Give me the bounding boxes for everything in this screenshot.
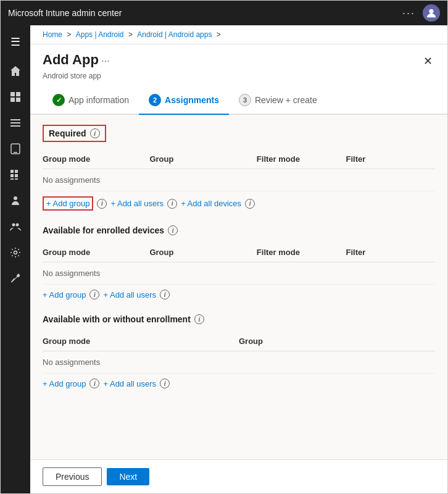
tab-app-information[interactable]: ✓ App information: [43, 86, 139, 115]
svg-rect-7: [10, 125, 20, 127]
required-title-box: Required i: [43, 125, 106, 142]
add-all-users-info-icon[interactable]: i: [167, 199, 177, 209]
no-assignments-3: No assignments: [43, 351, 435, 374]
svg-rect-13: [15, 174, 18, 177]
section-available-enrolled: Available for enrolled devices i Group m…: [43, 225, 435, 299]
tab-2-label: Assignments: [165, 95, 219, 105]
breadcrumb-apps-android[interactable]: Apps | Android: [76, 30, 124, 39]
sidebar-item-dashboard[interactable]: [3, 85, 28, 109]
add-group-nonenrolled-button[interactable]: + Add group: [43, 379, 86, 388]
col-header-filter-2: Filter: [346, 243, 435, 262]
col-header-filter-mode-1: Filter mode: [257, 149, 346, 169]
previous-button[interactable]: Previous: [43, 467, 102, 486]
tab-1-number: ✓: [52, 94, 65, 106]
svg-rect-15: [15, 178, 18, 180]
required-title: Required: [49, 128, 86, 138]
main-window: Microsoft Intune admin center ··· ☰: [0, 0, 448, 494]
col-header-filter-1: Filter: [346, 149, 435, 169]
col-header-group-1: Group: [149, 149, 256, 169]
titlebar-menu[interactable]: ···: [402, 7, 415, 20]
add-all-users-enrolled-info-icon[interactable]: i: [160, 290, 170, 299]
sidebar-item-groups[interactable]: [3, 214, 28, 239]
breadcrumb-android-apps[interactable]: Android | Android apps: [137, 30, 212, 39]
section-nonenrolled-header: Available with or without enrollment i: [43, 314, 435, 324]
add-group-button[interactable]: + Add group: [43, 196, 93, 211]
required-info-icon[interactable]: i: [90, 128, 100, 138]
table-row: No assignments: [43, 262, 435, 285]
add-group-enrolled-button[interactable]: + Add group: [43, 290, 86, 299]
close-button[interactable]: ✕: [421, 52, 435, 70]
page-more-options[interactable]: ···: [101, 56, 109, 66]
table-row: No assignments: [43, 169, 435, 191]
svg-rect-6: [10, 122, 20, 124]
nonenrolled-info-icon[interactable]: i: [194, 314, 204, 324]
enrolled-add-links: + Add group i + Add all users i: [43, 290, 435, 299]
svg-rect-14: [10, 178, 14, 180]
no-assignments-1: No assignments: [43, 169, 435, 191]
enrolled-info-icon[interactable]: i: [168, 225, 178, 235]
required-add-links: + Add group i + Add all users i + Add al…: [43, 196, 435, 211]
add-group-enrolled-info-icon[interactable]: i: [89, 290, 99, 299]
avatar[interactable]: [423, 4, 440, 22]
svg-rect-1: [10, 92, 15, 96]
svg-rect-12: [10, 174, 14, 177]
footer: Previous Next: [30, 459, 447, 493]
section-required: Required i Group mode Group Filter mode …: [43, 125, 435, 211]
breadcrumb-home[interactable]: Home: [43, 30, 62, 39]
svg-rect-10: [10, 170, 14, 173]
section-required-header: Required i: [43, 125, 435, 142]
sidebar-item-list[interactable]: [3, 111, 28, 135]
sidebar-item-users[interactable]: [3, 188, 28, 213]
col-header-group-mode-3: Group mode: [43, 332, 239, 351]
next-button[interactable]: Next: [107, 468, 149, 485]
sidebar-toggle[interactable]: ☰: [6, 30, 25, 54]
add-group-info-icon[interactable]: i: [97, 199, 107, 209]
add-group-nonenrolled-info-icon[interactable]: i: [89, 379, 99, 388]
sidebar-item-settings[interactable]: [3, 240, 28, 265]
nonenrolled-title: Available with or without enrollment: [43, 314, 191, 324]
page-title: Add App: [43, 52, 99, 67]
page-title-area: Add App ···: [43, 52, 110, 68]
svg-rect-4: [16, 98, 20, 102]
add-all-devices-button[interactable]: + Add all devices: [181, 199, 241, 208]
tab-review-create[interactable]: 3 Review + create: [229, 86, 327, 115]
main-layout: ☰: [1, 25, 447, 493]
titlebar-title: Microsoft Intune admin center: [8, 8, 402, 18]
sidebar: ☰: [1, 25, 30, 493]
tab-3-number: 3: [239, 94, 251, 106]
add-all-users-button[interactable]: + Add all users: [110, 199, 164, 208]
svg-point-18: [16, 224, 19, 227]
sidebar-item-grid[interactable]: [3, 162, 28, 187]
sidebar-item-tools[interactable]: [3, 266, 28, 291]
svg-point-16: [14, 196, 17, 200]
tab-2-number: 2: [149, 94, 161, 106]
scroll-area: Required i Group mode Group Filter mode …: [30, 115, 447, 459]
add-all-users-nonenrolled-info-icon[interactable]: i: [160, 379, 170, 388]
breadcrumb: Home > Apps | Android > Android | Androi…: [30, 25, 447, 44]
sidebar-item-home[interactable]: [3, 59, 28, 83]
svg-rect-3: [10, 98, 15, 102]
svg-point-0: [429, 9, 433, 14]
page-header: Add App ··· ✕: [30, 44, 447, 70]
svg-rect-9: [14, 152, 17, 153]
svg-rect-2: [16, 92, 20, 96]
col-header-group-mode-2: Group mode: [43, 243, 149, 262]
titlebar: Microsoft Intune admin center ···: [1, 1, 447, 25]
nonenrolled-table: Group mode Group No assignments: [43, 332, 435, 374]
sidebar-item-devices[interactable]: [3, 136, 28, 161]
required-table: Group mode Group Filter mode Filter No a…: [43, 149, 435, 191]
add-all-users-nonenrolled-button[interactable]: + Add all users: [103, 379, 156, 388]
no-assignments-2: No assignments: [43, 262, 435, 285]
nonenrolled-add-links: + Add group i + Add all users i: [43, 379, 435, 388]
tab-assignments[interactable]: 2 Assignments: [139, 86, 229, 115]
svg-rect-11: [15, 170, 18, 173]
col-header-group-2: Group: [149, 243, 256, 262]
tab-1-label: App information: [68, 95, 129, 105]
enrolled-title: Available for enrolled devices: [43, 225, 164, 235]
content-area: Home > Apps | Android > Android | Androi…: [30, 25, 447, 493]
enrolled-table: Group mode Group Filter mode Filter No a…: [43, 243, 435, 285]
add-all-users-enrolled-button[interactable]: + Add all users: [103, 290, 156, 299]
svg-point-19: [14, 251, 17, 254]
col-header-filter-mode-2: Filter mode: [257, 243, 346, 262]
add-all-devices-info-icon[interactable]: i: [245, 199, 255, 209]
